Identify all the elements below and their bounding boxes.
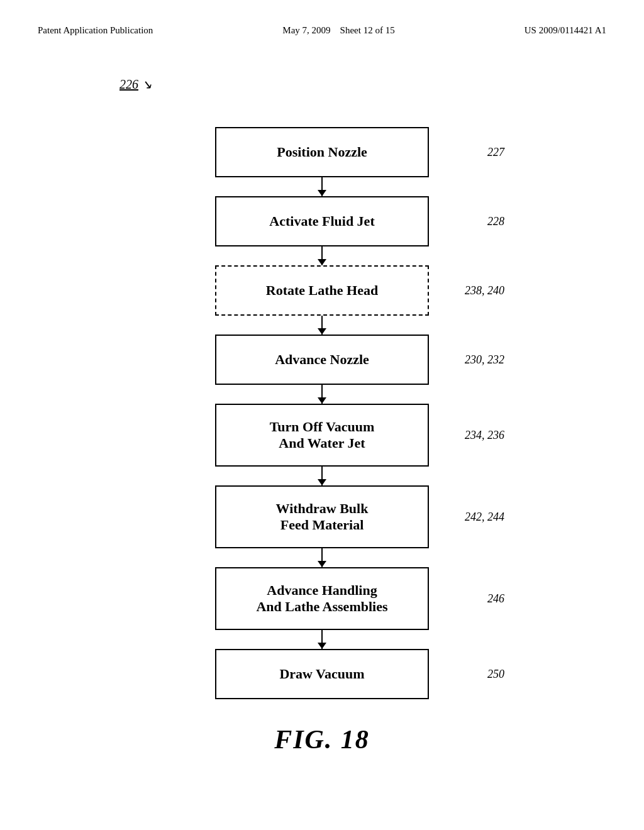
flow-item-activate-fluid-jet: Activate Fluid Jet 228 — [38, 196, 606, 246]
page: Patent Application Publication May 7, 20… — [0, 0, 644, 830]
flow-item-withdraw-bulk: Withdraw Bulk Feed Material 242, 244 — [38, 485, 606, 548]
page-header: Patent Application Publication May 7, 20… — [38, 25, 606, 39]
label-242-244: 242, 244 — [465, 511, 504, 524]
box-position-nozzle: Position Nozzle — [215, 127, 429, 177]
box-rotate-lathe-head: Rotate Lathe Head — [215, 265, 429, 316]
label-246: 246 — [487, 592, 504, 606]
header-sheet: Sheet 12 of 15 — [340, 25, 395, 35]
diagram: 226 ↘ Position Nozzle 227 Activate Fluid… — [38, 58, 606, 755]
flow-item-draw-vacuum: Draw Vacuum 250 — [38, 649, 606, 699]
box-withdraw-bulk: Withdraw Bulk Feed Material — [215, 485, 429, 548]
label-227: 227 — [487, 146, 504, 159]
arrow-7 — [321, 630, 323, 649]
arrow-2 — [321, 246, 323, 265]
arrow-5 — [321, 467, 323, 485]
flow-item-position-nozzle: Position Nozzle 227 — [38, 127, 606, 177]
box-activate-fluid-jet: Activate Fluid Jet — [215, 196, 429, 246]
header-patent-number: US 2009/0114421 A1 — [525, 25, 606, 36]
flow-diagram: Position Nozzle 227 Activate Fluid Jet 2… — [38, 127, 606, 699]
label-228: 228 — [487, 215, 504, 228]
label-250: 250 — [487, 668, 504, 681]
header-date: May 7, 2009 — [282, 25, 330, 35]
label-230-232: 230, 232 — [465, 353, 504, 367]
arrow-3 — [321, 316, 323, 335]
arrow-4 — [321, 385, 323, 404]
figure-label: FIG. 18 — [274, 724, 370, 755]
arrow-1 — [321, 177, 323, 196]
arrow-6 — [321, 548, 323, 567]
box-turn-off-vacuum: Turn Off Vacuum And Water Jet — [215, 404, 429, 467]
box-advance-handling: Advance Handling And Lathe Assemblies — [215, 567, 429, 630]
flow-item-advance-nozzle: Advance Nozzle 230, 232 — [38, 335, 606, 385]
flow-item-turn-off-vacuum: Turn Off Vacuum And Water Jet 234, 236 — [38, 404, 606, 467]
box-draw-vacuum: Draw Vacuum — [215, 649, 429, 699]
label-234-236: 234, 236 — [465, 429, 504, 442]
header-date-sheet: May 7, 2009 Sheet 12 of 15 — [282, 25, 394, 36]
diagram-top-label: 226 ↘ — [119, 77, 152, 92]
flow-item-rotate-lathe-head: Rotate Lathe Head 238, 240 — [38, 265, 606, 316]
flow-item-advance-handling: Advance Handling And Lathe Assemblies 24… — [38, 567, 606, 630]
header-publication: Patent Application Publication — [38, 25, 153, 36]
label-238-240: 238, 240 — [465, 284, 504, 297]
box-advance-nozzle: Advance Nozzle — [215, 335, 429, 385]
